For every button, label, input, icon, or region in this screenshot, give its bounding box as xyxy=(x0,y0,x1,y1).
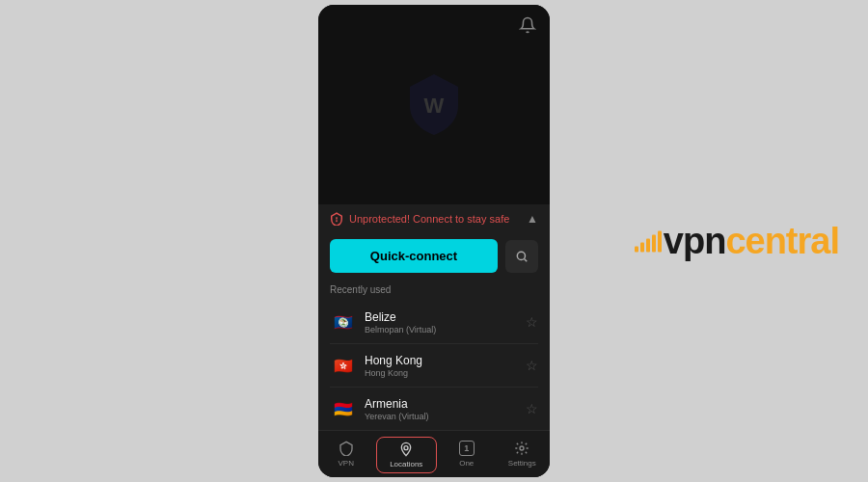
search-icon xyxy=(515,250,529,263)
warning-bar: Unprotected! Connect to stay safe ▲ xyxy=(318,204,550,233)
settings-gear-icon xyxy=(514,441,529,456)
nav-vpn-label: VPN xyxy=(339,459,354,468)
svg-point-3 xyxy=(517,252,525,259)
search-button[interactable] xyxy=(505,240,538,273)
armenia-name: Armenia xyxy=(365,397,518,411)
hongkong-info: Hong Kong Hong Kong xyxy=(365,354,518,378)
recently-used-label: Recently used xyxy=(318,281,550,301)
svg-point-5 xyxy=(404,446,408,450)
nav-settings-label: Settings xyxy=(508,459,536,468)
locations-icon xyxy=(398,442,414,457)
bell-icon[interactable] xyxy=(519,16,536,38)
svg-text:W: W xyxy=(424,94,445,118)
list-item[interactable]: 🇭🇰 Hong Kong Hong Kong ☆ xyxy=(318,344,550,387)
list-item[interactable]: 🇧🇿 Belize Belmopan (Virtual) ☆ xyxy=(318,301,550,343)
brand-vpn: vpn xyxy=(664,221,726,262)
warning-shield-icon xyxy=(330,212,343,226)
svg-line-4 xyxy=(525,258,528,261)
hongkong-name: Hong Kong xyxy=(365,354,518,367)
hongkong-star-icon[interactable]: ☆ xyxy=(526,358,538,373)
belize-sub: Belmopan (Virtual) xyxy=(365,325,518,335)
warning-text: Unprotected! Connect to stay safe xyxy=(349,213,509,225)
top-area: W xyxy=(318,5,550,204)
bottom-nav: VPN Locations 1 One Settings xyxy=(318,430,550,477)
armenia-flag: 🇦🇲 xyxy=(330,395,357,422)
belize-name: Belize xyxy=(365,310,518,324)
nav-locations-label: Locations xyxy=(390,460,422,469)
svg-point-6 xyxy=(520,446,524,450)
vpn-shield-icon xyxy=(339,441,354,456)
nav-item-one[interactable]: 1 One xyxy=(439,437,495,473)
list-item[interactable]: 🇦🇲 Armenia Yerevan (Virtual) ☆ xyxy=(318,388,550,430)
vpn-watermark: W xyxy=(405,69,463,141)
warning-left: Unprotected! Connect to stay safe xyxy=(330,212,509,226)
phone-container: W Unprotected! Connect to stay safe ▲ Qu… xyxy=(318,5,550,477)
armenia-info: Armenia Yerevan (Virtual) xyxy=(365,397,518,421)
nav-item-locations[interactable]: Locations xyxy=(376,437,438,473)
belize-star-icon[interactable]: ☆ xyxy=(526,314,538,330)
svg-point-2 xyxy=(337,221,338,222)
quick-connect-row: Quick-connect xyxy=(318,233,550,281)
bottom-panel: Unprotected! Connect to stay safe ▲ Quic… xyxy=(318,204,550,430)
brand-central: central xyxy=(725,221,839,262)
belize-info: Belize Belmopan (Virtual) xyxy=(365,310,518,335)
nav-item-settings[interactable]: Settings xyxy=(495,437,551,473)
hongkong-sub: Hong Kong xyxy=(365,368,518,378)
belize-flag: 🇧🇿 xyxy=(330,308,357,335)
signal-icon xyxy=(635,230,662,252)
nav-one-label: One xyxy=(459,459,474,468)
nav-item-vpn[interactable]: VPN xyxy=(318,437,374,473)
armenia-star-icon[interactable]: ☆ xyxy=(526,401,538,416)
hongkong-flag: 🇭🇰 xyxy=(330,352,357,379)
armenia-sub: Yerevan (Virtual) xyxy=(365,412,518,421)
vpncentral-brand: vpn central xyxy=(635,221,839,262)
one-icon: 1 xyxy=(459,441,475,456)
quick-connect-button[interactable]: Quick-connect xyxy=(330,239,498,273)
chevron-up-icon[interactable]: ▲ xyxy=(527,212,538,226)
